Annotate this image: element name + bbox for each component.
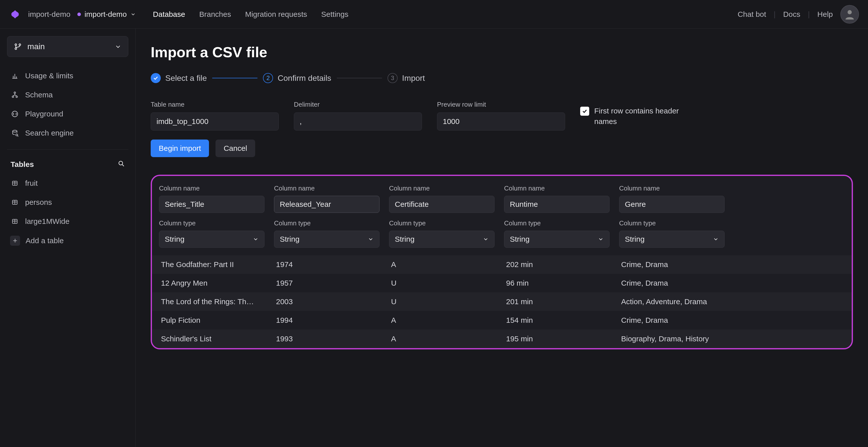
column-type-value: String xyxy=(280,235,299,243)
search-icon[interactable] xyxy=(117,160,125,169)
git-branch-icon xyxy=(14,43,22,51)
svg-point-2 xyxy=(15,48,17,49)
topbar: import-demo import-demo Database Branche… xyxy=(0,0,868,29)
table-cell: Pulp Fiction xyxy=(159,314,265,326)
table-row: Schindler's List1993A195 minBiography, D… xyxy=(152,330,852,348)
chat-bot-link[interactable]: Chat bot xyxy=(738,10,766,19)
column-name-label: Column name xyxy=(274,184,379,192)
nav-migration-requests[interactable]: Migration requests xyxy=(245,10,307,19)
avatar[interactable] xyxy=(840,5,859,24)
column-type-label: Column type xyxy=(159,219,265,227)
table-item[interactable]: large1MWide xyxy=(7,213,128,230)
sidebar-item-label: Usage & limits xyxy=(25,72,73,80)
nav-settings[interactable]: Settings xyxy=(321,10,348,19)
column-name-input[interactable] xyxy=(504,196,610,213)
help-link[interactable]: Help xyxy=(817,10,833,19)
delimiter-input[interactable] xyxy=(294,112,422,131)
column-name-label: Column name xyxy=(504,184,610,192)
schema-icon xyxy=(10,91,19,99)
sidebar-item-usage[interactable]: Usage & limits xyxy=(7,67,128,84)
header-row-checkbox-wrap: First row contains header names xyxy=(580,106,681,127)
table-cell: A xyxy=(389,259,495,270)
table-item[interactable]: fruit xyxy=(7,174,128,192)
sidebar-item-playground[interactable]: Playground xyxy=(7,105,128,123)
column-type-select[interactable]: String xyxy=(619,231,724,248)
table-item-label: persons xyxy=(25,198,52,207)
column-type-select[interactable]: String xyxy=(159,231,265,248)
svg-point-1 xyxy=(15,44,17,45)
header-row-checkbox-label: First row contains header names xyxy=(594,106,681,127)
table-icon xyxy=(10,179,19,187)
column-name-input[interactable] xyxy=(274,196,379,213)
nav-branches[interactable]: Branches xyxy=(199,10,231,19)
table-cell: Crime, Drama xyxy=(619,277,724,289)
add-table-label: Add a table xyxy=(26,236,64,245)
table-row: Pulp Fiction1994A154 minCrime, Drama xyxy=(152,311,852,330)
sidebar-item-search-engine[interactable]: Search engine xyxy=(7,124,128,142)
table-item[interactable]: persons xyxy=(7,194,128,211)
table-name-input[interactable] xyxy=(151,112,279,131)
column-type-value: String xyxy=(510,235,529,243)
branch-pill-label: import-demo xyxy=(84,10,127,19)
step-3: 3 Import xyxy=(388,73,425,83)
branch-pill[interactable]: import-demo xyxy=(78,10,135,19)
step-2-indicator: 2 xyxy=(263,73,273,83)
check-icon xyxy=(153,75,159,81)
column-config-header: Column name Column type String Column na… xyxy=(152,176,852,255)
status-dot-icon xyxy=(78,12,81,16)
data-preview-rows: The Godfather: Part II1974A202 minCrime,… xyxy=(152,255,852,348)
table-cell: 1974 xyxy=(274,259,379,270)
chevron-down-icon xyxy=(713,236,719,242)
column-name-input[interactable] xyxy=(389,196,495,213)
search-settings-icon xyxy=(10,129,19,137)
svg-point-9 xyxy=(16,134,18,136)
column-name-label: Column name xyxy=(619,184,724,192)
add-table-button[interactable]: + Add a table xyxy=(7,232,128,250)
svg-point-6 xyxy=(16,96,17,97)
table-cell: 201 min xyxy=(504,296,610,307)
table-row: The Godfather: Part II1974A202 minCrime,… xyxy=(152,255,852,274)
branch-selector[interactable]: main xyxy=(7,36,128,57)
form-row: Table name Delimiter Preview row limit F… xyxy=(151,101,853,131)
svg-point-0 xyxy=(848,10,852,14)
nav-database[interactable]: Database xyxy=(153,10,185,19)
begin-import-button[interactable]: Begin import xyxy=(151,140,209,157)
separator: | xyxy=(808,10,810,19)
table-cell: U xyxy=(389,296,495,307)
docs-link[interactable]: Docs xyxy=(783,10,800,19)
sidebar-nav: Usage & limits Schema Playground Search … xyxy=(7,67,128,142)
table-cell: 12 Angry Men xyxy=(159,277,265,289)
project-name[interactable]: import-demo xyxy=(28,10,70,19)
table-cell: 2003 xyxy=(274,296,379,307)
step-1: Select a file xyxy=(151,73,207,83)
table-cell: Crime, Drama xyxy=(619,314,724,326)
table-cell: A xyxy=(389,314,495,326)
preview-limit-input[interactable] xyxy=(437,112,565,131)
table-cell: 202 min xyxy=(504,259,610,270)
column-name-input[interactable] xyxy=(159,196,265,213)
preview-limit-label: Preview row limit xyxy=(437,101,565,108)
column-type-select[interactable]: String xyxy=(504,231,610,248)
step-2: 2 Confirm details xyxy=(263,73,331,83)
separator: | xyxy=(774,10,776,19)
chevron-down-icon xyxy=(598,236,604,242)
sidebar-item-schema[interactable]: Schema xyxy=(7,86,128,104)
branch-selector-label: main xyxy=(27,42,45,51)
table-item-label: large1MWide xyxy=(25,217,69,226)
logo-icon[interactable] xyxy=(9,8,21,20)
svg-point-4 xyxy=(14,92,16,93)
cancel-button[interactable]: Cancel xyxy=(216,140,255,157)
column-type-value: String xyxy=(165,235,184,243)
step-line xyxy=(337,78,382,78)
table-name-field: Table name xyxy=(151,101,279,131)
column-name-input[interactable] xyxy=(619,196,724,213)
page-title: Import a CSV file xyxy=(151,44,853,61)
column-type-select[interactable]: String xyxy=(274,231,379,248)
sidebar: main Usage & limits Schema Playground Se… xyxy=(0,29,135,447)
column-type-select[interactable]: String xyxy=(389,231,495,248)
table-cell: Schindler's List xyxy=(159,333,265,345)
header-row-checkbox[interactable] xyxy=(580,107,589,116)
step-3-indicator: 3 xyxy=(388,73,398,83)
table-cell: A xyxy=(389,333,495,345)
chevron-down-icon xyxy=(483,236,489,242)
